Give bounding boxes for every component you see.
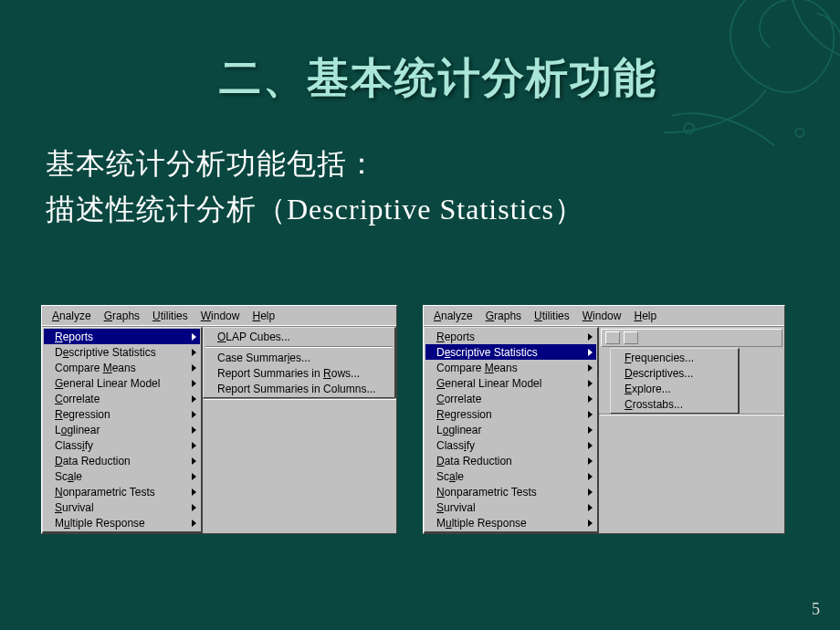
menu-item-label: Regression (436, 408, 492, 421)
submenu-item-label: OLAP Cubes... (217, 331, 290, 343)
menu-item-label: Reports (55, 331, 93, 343)
menubar-item-utilities[interactable]: Utilities (146, 308, 194, 324)
submenu-arrow-icon (588, 411, 593, 418)
subtitle-line2: 描述性统计分析（Descriptive Statistics） (46, 193, 584, 226)
submenu-item-frequencies[interactable]: Frequencies... (612, 350, 737, 365)
screenshots-row: AnalyzeGraphsUtilitiesWindowHelp Reports… (41, 305, 785, 534)
submenu-arrow-icon (588, 473, 593, 480)
menu-item-data-reduction[interactable]: Data Reduction (44, 453, 200, 468)
menu-item-label: Data Reduction (436, 455, 512, 467)
submenu-item-case-summaries[interactable]: Case Summaries... (205, 350, 394, 365)
menu-item-label: Loglinear (436, 424, 481, 436)
menu-item-compare-means[interactable]: Compare Means (425, 360, 596, 375)
submenu-item-report-summaries-in-rows[interactable]: Report Summaries in Rows... (205, 365, 394, 381)
submenu-arrow-icon (192, 504, 196, 511)
menu-item-label: Data Reduction (55, 455, 131, 467)
menu-item-label: General Linear Model (55, 377, 160, 390)
menu-item-scale[interactable]: Scale (425, 468, 596, 484)
menu-item-survival[interactable]: Survival (44, 499, 200, 515)
submenu-item-report-summaries-in-columns[interactable]: Report Summaries in Columns... (205, 381, 394, 396)
menu-item-survival[interactable]: Survival (425, 499, 596, 515)
menu-separator (205, 346, 393, 348)
menu-item-label: Classify (55, 439, 93, 452)
menu-item-general-linear-model[interactable]: General Linear Model (425, 375, 596, 391)
submenu-arrow-icon (192, 395, 196, 403)
subtitle-line1: 基本统计分析功能包括： (46, 147, 377, 180)
menu-item-label: Loglinear (55, 424, 100, 436)
menu-item-correlate[interactable]: Correlate (425, 391, 596, 406)
menubar-item-graphs[interactable]: Graphs (479, 308, 528, 324)
analyze-dropdown-right: ReportsDescriptive StatisticsCompare Mea… (424, 327, 599, 533)
slide-title: 二、基本统计分析功能 (91, 50, 785, 107)
menu-item-regression[interactable]: Regression (44, 406, 200, 422)
descriptives-submenu: Frequencies...Descriptives...Explore...C… (610, 348, 740, 415)
menu-item-label: Multiple Response (55, 517, 145, 530)
submenu-arrow-icon (588, 395, 593, 403)
menu-item-compare-means[interactable]: Compare Means (44, 360, 200, 375)
toolbar-button-icon[interactable] (605, 331, 620, 344)
menu-item-descriptive-statistics[interactable]: Descriptive Statistics (425, 344, 596, 360)
menu-item-loglinear[interactable]: Loglinear (425, 422, 596, 437)
menu-item-data-reduction[interactable]: Data Reduction (425, 453, 596, 468)
menu-item-label: Regression (55, 408, 110, 421)
menu-item-reports[interactable]: Reports (44, 329, 200, 344)
submenu-arrow-icon (192, 457, 196, 465)
submenu-item-label: Descriptives... (625, 367, 693, 380)
submenu-item-label: Explore... (625, 383, 671, 395)
submenu-item-olap-cubes[interactable]: OLAP Cubes... (205, 329, 394, 344)
menu-item-nonparametric-tests[interactable]: Nonparametric Tests (425, 484, 596, 499)
submenu-item-crosstabs[interactable]: Crosstabs... (612, 396, 737, 412)
submenu-item-label: Report Summaries in Columns... (217, 383, 375, 395)
menu-item-label: Nonparametric Tests (436, 486, 537, 499)
menubar-item-window[interactable]: Window (194, 308, 247, 324)
menu-item-classify[interactable]: Classify (425, 437, 596, 453)
menubar-item-window[interactable]: Window (576, 308, 628, 324)
menu-item-label: General Linear Model (436, 377, 541, 390)
submenu-item-descriptives[interactable]: Descriptives... (612, 365, 737, 381)
menubar-item-help[interactable]: Help (627, 308, 663, 324)
submenu-item-explore[interactable]: Explore... (612, 381, 737, 396)
menubar-item-analyze[interactable]: Analyze (46, 308, 98, 324)
menu-item-correlate[interactable]: Correlate (44, 391, 200, 406)
menu-item-label: Scale (436, 470, 464, 483)
right-menubar: AnalyzeGraphsUtilitiesWindowHelp (424, 306, 784, 327)
menu-item-label: Reports (436, 331, 475, 343)
menu-item-nonparametric-tests[interactable]: Nonparametric Tests (44, 484, 200, 499)
left-menubar: AnalyzeGraphsUtilitiesWindowHelp (42, 306, 396, 327)
submenu-arrow-icon (588, 380, 593, 387)
menubar-item-help[interactable]: Help (246, 308, 281, 324)
menubar-item-graphs[interactable]: Graphs (98, 308, 146, 324)
menu-item-label: Survival (55, 501, 94, 514)
submenu-arrow-icon (588, 488, 593, 496)
menu-item-regression[interactable]: Regression (425, 406, 596, 422)
menu-item-loglinear[interactable]: Loglinear (44, 422, 200, 437)
submenu-arrow-icon (588, 520, 593, 527)
menubar-item-utilities[interactable]: Utilities (528, 308, 576, 324)
menu-item-general-linear-model[interactable]: General Linear Model (44, 375, 200, 391)
submenu-arrow-icon (192, 333, 196, 341)
submenu-arrow-icon (588, 333, 593, 341)
menu-item-label: Descriptive Statistics (55, 346, 156, 359)
submenu-arrow-icon (192, 380, 196, 387)
submenu-item-label: Report Summaries in Rows... (217, 367, 360, 380)
submenu-arrow-icon (588, 442, 593, 449)
submenu-item-label: Crosstabs... (625, 398, 683, 411)
menu-item-label: Descriptive Statistics (436, 346, 538, 359)
menu-item-classify[interactable]: Classify (44, 437, 200, 453)
submenu-arrow-icon (192, 364, 196, 372)
submenu-item-label: Case Summaries... (217, 352, 310, 364)
analyze-dropdown-left: ReportsDescriptive StatisticsCompare Mea… (42, 327, 203, 533)
submenu-arrow-icon (192, 349, 196, 356)
reports-submenu: OLAP Cubes...Case Summaries...Report Sum… (203, 327, 396, 399)
menu-item-scale[interactable]: Scale (44, 468, 200, 484)
left-screenshot: AnalyzeGraphsUtilitiesWindowHelp Reports… (41, 305, 397, 534)
menu-item-multiple-response[interactable]: Multiple Response (44, 515, 200, 530)
menu-item-multiple-response[interactable]: Multiple Response (425, 515, 596, 530)
menubar-item-analyze[interactable]: Analyze (427, 308, 479, 324)
toolbar-button-icon[interactable] (624, 331, 638, 344)
submenu-arrow-icon (588, 364, 593, 372)
menu-item-label: Classify (436, 439, 475, 452)
menu-item-reports[interactable]: Reports (425, 329, 596, 344)
submenu-item-label: Frequencies... (625, 352, 694, 364)
menu-item-descriptive-statistics[interactable]: Descriptive Statistics (44, 344, 200, 360)
